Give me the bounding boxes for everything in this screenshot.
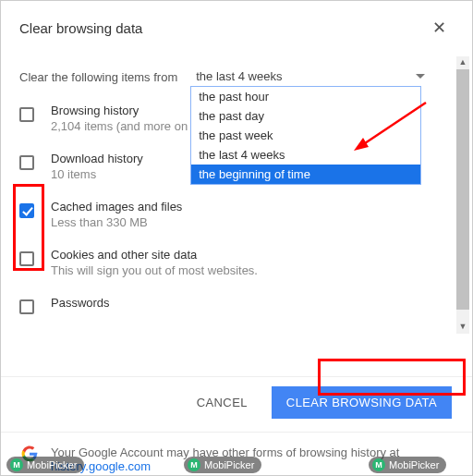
checkbox[interactable] [19,251,34,266]
option-subtitle: Less than 330 MB [51,215,454,229]
watermark: M MobiPicker [184,457,261,473]
time-range-row: Clear the following items from the last … [19,67,454,87]
clear-browsing-data-dialog: Clear browsing data ✕ ▲ ▼ Clear the foll… [0,0,473,476]
option-title: Cookies and other site data [51,248,454,262]
watermark-icon: M [372,458,385,471]
watermark-icon: M [188,458,200,471]
option-text: Passwords 3 passwords (synced) [51,296,454,311]
intro-label: Clear the following items from [19,70,177,84]
dropdown-selected-label: the last 4 weeks [196,69,282,83]
dialog-header: Clear browsing data ✕ [1,1,472,49]
watermark-icon: M [10,458,23,471]
checkbox[interactable] [19,299,34,314]
cancel-button[interactable]: CANCEL [188,388,257,417]
dropdown-option[interactable]: the past day [191,106,420,126]
time-range-dropdown[interactable]: the last 4 weeks the past hour the past … [190,67,454,87]
dropdown-option-highlighted[interactable]: the beginning of time [191,165,420,184]
dropdown-option[interactable]: the past week [191,126,420,145]
close-icon: ✕ [432,18,446,37]
dropdown-option[interactable]: the past hour [191,87,420,106]
option-passwords: Passwords 3 passwords (synced) [19,287,454,323]
dialog-content: Clear the following items from the last … [1,49,472,372]
dialog-actions: CANCEL CLEAR BROWSING DATA [1,376,472,432]
watermark: M MobiPicker [6,457,84,473]
checkbox-checked[interactable] [19,203,34,218]
option-text: Cached images and files Less than 330 MB [51,200,454,229]
checkbox[interactable] [19,155,34,170]
option-subtitle: This will sign you out of most websites. [51,263,454,277]
clear-data-button[interactable]: CLEAR BROWSING DATA [272,386,452,419]
option-title: Cached images and files [51,200,454,214]
dropdown-options: the past hour the past day the past week… [190,86,421,185]
watermark: M MobiPicker [369,457,446,473]
checkbox[interactable] [19,107,34,122]
chevron-down-icon [416,74,425,79]
dropdown-selected[interactable]: the last 4 weeks [190,67,431,87]
dialog-title: Clear browsing data [19,20,142,36]
close-button[interactable]: ✕ [425,14,454,42]
option-text: Cookies and other site data This will si… [51,248,454,277]
dropdown-option[interactable]: the last 4 weeks [191,145,420,165]
option-cookies: Cookies and other site data This will si… [19,238,454,287]
option-cached-images: Cached images and files Less than 330 MB [19,190,454,238]
option-title: Passwords [51,296,454,310]
